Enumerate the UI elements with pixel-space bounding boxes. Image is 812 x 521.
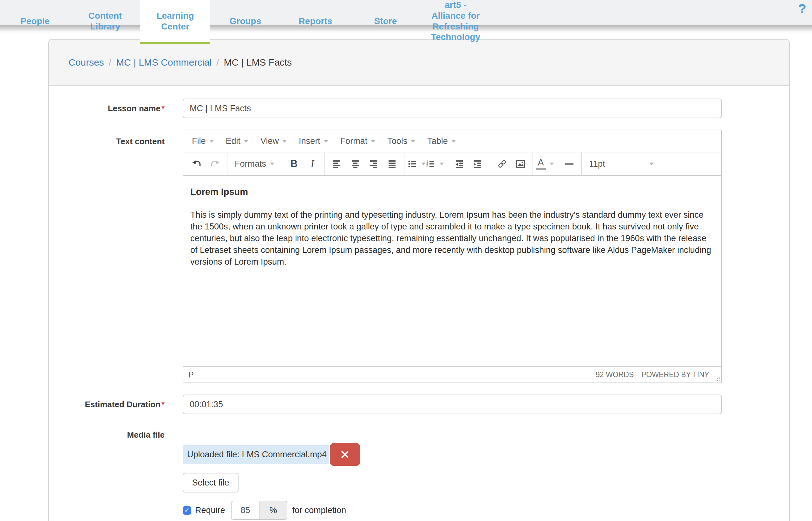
statusbar-right: 92 WORDS POWERED BY TINY — [596, 370, 716, 379]
breadcrumb-current: MC | LMS Facts — [224, 57, 292, 68]
lesson-name-input[interactable] — [183, 98, 722, 118]
nav-item-label: art5 - Alliance for Refreshing Technolog… — [429, 0, 483, 43]
menu-format[interactable]: Format — [334, 130, 382, 152]
menu-view[interactable]: View — [254, 130, 293, 152]
text-content-row: Text content File Edit View Insert Forma… — [49, 130, 789, 383]
card-header: Courses / MC | LMS Commercial / MC | LMS… — [49, 40, 789, 86]
resize-handle-icon[interactable] — [714, 376, 720, 382]
top-navigation: People Content Library Learning Center G… — [0, 0, 812, 44]
editor-content[interactable]: Lorem Ipsum This is simply dummy text of… — [183, 176, 721, 366]
require-label: Require — [195, 505, 225, 515]
outdent-icon — [454, 159, 464, 169]
editor-statusbar: P 92 WORDS POWERED BY TINY — [183, 366, 721, 383]
breadcrumb-separator: / — [216, 57, 219, 68]
insert-link-button[interactable] — [493, 155, 511, 173]
remove-file-button[interactable] — [330, 443, 360, 466]
breadcrumb: Courses / MC | LMS Commercial / MC | LMS… — [68, 57, 292, 68]
outdent-button[interactable] — [450, 155, 469, 173]
font-size-dropdown[interactable]: 11pt — [584, 155, 658, 173]
breadcrumb-link-course[interactable]: MC | LMS Commercial — [116, 57, 212, 68]
nav-item-people[interactable]: People — [0, 0, 70, 42]
menu-insert[interactable]: Insert — [293, 130, 334, 152]
chevron-down-icon — [421, 163, 426, 165]
undo-icon — [192, 159, 202, 169]
menu-label: Insert — [299, 136, 320, 146]
media-file-label: Media file — [49, 429, 183, 520]
svg-text:3: 3 — [426, 164, 428, 168]
nav-item-account[interactable]: art5 - Alliance for Refreshing Technolog… — [421, 0, 491, 42]
indent-button[interactable] — [469, 155, 487, 173]
undo-button[interactable] — [188, 155, 206, 173]
nav-item-content-library[interactable]: Content Library — [70, 0, 140, 42]
align-center-button[interactable] — [346, 155, 364, 173]
required-asterisk: * — [162, 104, 165, 113]
text-color-button[interactable]: A — [536, 155, 554, 173]
image-icon — [515, 158, 526, 169]
chevron-down-icon — [244, 140, 248, 143]
menu-table[interactable]: Table — [421, 130, 462, 152]
chevron-down-icon — [440, 163, 444, 165]
chevron-down-icon — [649, 163, 654, 165]
editor-toolbar: Formats B I — [183, 153, 721, 176]
horizontal-rule-button[interactable] — [560, 155, 579, 173]
chevron-down-icon — [324, 140, 328, 143]
help-icon[interactable]: ? — [798, 1, 806, 17]
chevron-down-icon — [411, 140, 415, 143]
element-path[interactable]: P — [188, 370, 194, 379]
justify-icon — [387, 159, 397, 169]
align-center-icon — [350, 159, 360, 169]
nav-item-learning-center[interactable]: Learning Center — [140, 0, 210, 44]
insert-image-button[interactable] — [511, 155, 530, 173]
bold-button[interactable]: B — [285, 155, 303, 173]
nav-item-label: Content Library — [78, 10, 132, 32]
close-icon — [339, 449, 350, 460]
align-right-button[interactable] — [364, 155, 383, 173]
menu-label: Tools — [387, 136, 407, 146]
lesson-name-row: Lesson name* — [49, 98, 789, 118]
chevron-down-icon — [371, 140, 375, 143]
breadcrumb-link-courses[interactable]: Courses — [68, 57, 104, 68]
require-completion-checkbox[interactable]: ✓ — [183, 506, 191, 515]
bullet-list-button[interactable] — [407, 155, 426, 173]
menu-tools[interactable]: Tools — [381, 130, 421, 152]
bold-icon: B — [291, 158, 298, 169]
select-file-button[interactable]: Select file — [183, 473, 238, 493]
justify-button[interactable] — [383, 155, 401, 173]
align-right-icon — [368, 159, 379, 169]
estimated-duration-input[interactable] — [183, 394, 722, 414]
duration-row: Estimated Duration* — [49, 394, 789, 414]
nav-item-label: Learning Center — [148, 10, 202, 32]
percent-addon: % — [260, 501, 287, 520]
formats-label: Formats — [235, 159, 266, 169]
completion-percent-input[interactable] — [231, 501, 260, 520]
uploaded-file-row: Uploaded file: LMS Commercial.mp4 — [183, 443, 360, 466]
nav-item-label: Reports — [299, 16, 333, 27]
check-icon: ✓ — [184, 506, 190, 514]
redo-button[interactable] — [206, 155, 224, 173]
menu-label: File — [192, 136, 206, 146]
nav-item-label: People — [21, 16, 50, 27]
branding-link[interactable]: POWERED BY TINY — [641, 370, 709, 379]
bullet-list-icon — [407, 159, 418, 169]
menu-edit[interactable]: Edit — [220, 130, 255, 152]
label-text: Text content — [116, 137, 165, 146]
numbered-list-button[interactable]: 123 — [426, 155, 444, 173]
nav-item-reports[interactable]: Reports — [280, 0, 350, 42]
chevron-down-icon — [550, 163, 554, 165]
label-text: Media file — [127, 430, 165, 439]
menu-file[interactable]: File — [186, 130, 220, 152]
uploaded-file-text: Uploaded file: LMS Commercial.mp4 — [187, 450, 327, 459]
text-content-label: Text content — [49, 130, 183, 383]
required-asterisk: * — [162, 400, 165, 409]
chevron-down-icon — [451, 140, 456, 143]
media-file-row: Media file Uploaded file: LMS Commercial… — [49, 429, 789, 520]
nav-item-groups[interactable]: Groups — [210, 0, 280, 42]
label-text: Estimated Duration — [85, 400, 161, 409]
italic-button[interactable]: I — [303, 155, 322, 173]
align-left-button[interactable] — [328, 155, 346, 173]
formats-dropdown[interactable]: Formats — [230, 155, 279, 173]
menu-label: Format — [340, 136, 368, 146]
completion-suffix: for completion — [293, 505, 346, 515]
editor-menubar: File Edit View Insert Format Tools Table — [183, 130, 721, 153]
nav-item-store[interactable]: Store — [350, 0, 421, 42]
